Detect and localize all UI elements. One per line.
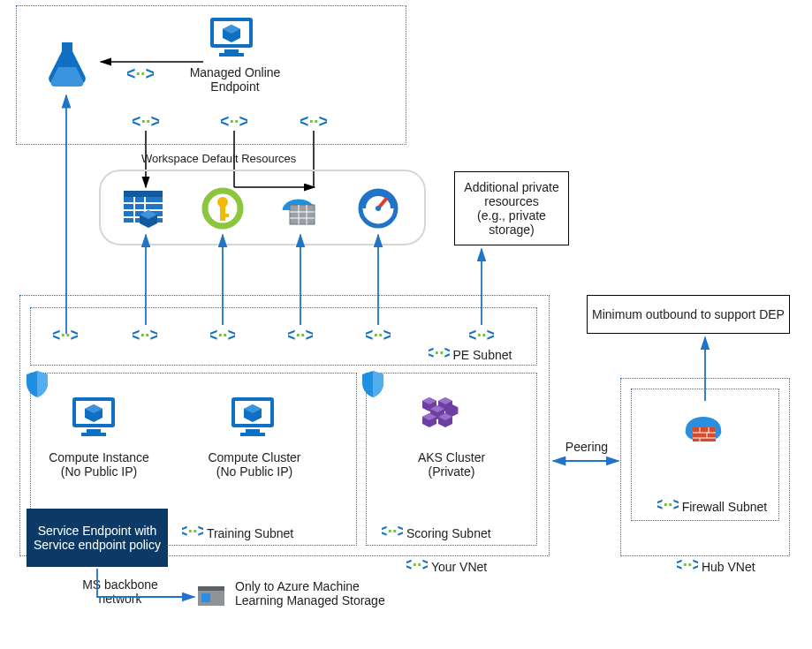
compute-cluster-icon: [230, 396, 281, 445]
private-endpoint-icon: [288, 327, 313, 346]
ms-backbone-label: MS backbone network: [67, 577, 173, 606]
hub-vnet-label: Hub VNet: [677, 558, 792, 576]
private-endpoint-icon: [133, 327, 157, 346]
compute-instance-label: Compute Instance (No Public IP): [37, 450, 161, 479]
pe-subnet-label: PE Subnet: [408, 346, 532, 364]
container-registry-icon: [277, 185, 322, 230]
key-vault-icon: [201, 187, 244, 230]
shield-icon: [25, 369, 53, 401]
app-insights-icon: [357, 187, 399, 230]
private-endpoint-icon: [366, 327, 391, 346]
workspace-resources-label: Workspace Default Resources: [141, 152, 296, 165]
min-outbound-box: Minimum outbound to support DEP: [587, 295, 790, 334]
training-subnet-label: Training Subnet: [182, 524, 359, 542]
managed-storage-label: Only to Azure Machine Learning Managed S…: [235, 579, 403, 607]
private-endpoint-icon: [300, 113, 327, 134]
storage-small-icon: [198, 585, 228, 609]
compute-cluster-label: Compute Cluster (No Public IP): [193, 450, 316, 479]
peering-label: Peering: [560, 440, 613, 454]
scoring-subnet-label: Scoring Subnet: [382, 524, 541, 542]
storage-icon: [122, 185, 168, 231]
managed-endpoint-label: Managed Online Endpoint: [173, 65, 297, 94]
private-endpoint-icon: [469, 327, 494, 346]
firewall-icon: [680, 403, 730, 449]
private-endpoint-icon: [210, 327, 235, 346]
managed-endpoint-icon: [209, 16, 262, 65]
service-endpoint-box: Service Endpoint with Service endpoint p…: [27, 509, 168, 567]
private-endpoint-icon: [133, 113, 159, 134]
shield-icon: [360, 369, 389, 401]
aks-cluster-icon: [419, 394, 475, 441]
your-vnet-label: Your VNet: [406, 558, 548, 576]
private-endpoint-icon: [53, 327, 78, 346]
compute-instance-icon: [71, 396, 122, 445]
private-endpoint-icon: [221, 113, 247, 134]
aks-cluster-label: AKS Cluster (Private): [394, 450, 509, 479]
azure-ml-workspace-icon: [42, 41, 92, 90]
firewall-subnet-label: Firewall Subnet: [641, 498, 783, 516]
additional-resources-box: Additional private resources (e.g., priv…: [454, 171, 569, 245]
private-endpoint-icon: [127, 65, 154, 87]
